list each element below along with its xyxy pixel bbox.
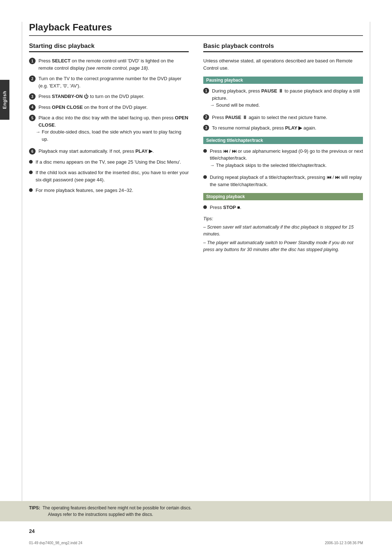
arrow-select-1: →	[210, 162, 215, 169]
pause-step-1: 1 During playback, press PAUSE ⏸ to paus…	[203, 87, 363, 110]
step-num-1: 1	[29, 58, 36, 64]
bullet-icon-2	[29, 171, 33, 174]
left-section-title: Starting disc playback	[29, 42, 189, 52]
select-bullet-2: During repeat playback of a title/chapte…	[203, 174, 363, 188]
selecting-list: Press ⏮ / ⏭ or use alphanumeric keypad (…	[203, 148, 363, 188]
stop-bullet-1: Press STOP ■.	[203, 204, 363, 211]
stopping-list: Press STOP ■.	[203, 204, 363, 211]
two-col-layout: Starting disc playback 1 Press SELECT on…	[29, 42, 363, 253]
subsection-pausing: Pausing playback	[203, 77, 363, 84]
page-title: Playback Features	[29, 22, 363, 36]
stop-1-text: Press STOP ■.	[210, 204, 241, 211]
pause-num-3: 3	[203, 125, 209, 131]
tips-section: Tips: – Screen saver will start automati…	[203, 216, 363, 254]
bullet-icon-1	[29, 160, 33, 164]
tips-bar-text: The operating features described here mi…	[41, 505, 192, 510]
select-bullet-icon-2	[203, 175, 207, 179]
right-section-title: Basic playback controls	[203, 42, 363, 52]
bullet-1: If a disc menu appears on the TV, see pa…	[29, 159, 189, 166]
bullet-1-text: If a disc menu appears on the TV, see pa…	[36, 159, 181, 166]
step-6: 6 Playback may start automatically. If n…	[29, 148, 189, 155]
step-num-2: 2	[29, 75, 36, 82]
subsection-stopping: Stopping playback	[203, 193, 363, 200]
pause-3-text: To resume normal playback, press PLAY ▶ …	[212, 124, 317, 132]
bullet-3: For more playback features, see pages 24…	[29, 187, 189, 194]
step-6-text: Playback may start automatically. If not…	[38, 148, 154, 155]
step-5: 5 Place a disc into the disc tray with t…	[29, 114, 189, 144]
vline-left	[22, 22, 22, 518]
step-num-4: 4	[29, 104, 36, 111]
bullet-icon-3	[29, 188, 33, 192]
step-3-text: Press STANDBY-ON ⏻ to turn on the DVD pl…	[38, 93, 144, 100]
step-2-text: Turn on the TV to the correct programme …	[38, 75, 189, 89]
bottom-bar: TIPS: The operating features described h…	[0, 501, 392, 521]
left-column: Starting disc playback 1 Press SELECT on…	[29, 42, 189, 253]
bullet-2-text: If the child lock was activated for the …	[36, 169, 189, 183]
pause-1-sub: → Sound will be muted.	[210, 102, 260, 109]
footer-right: 2006-10-12 3:08:36 PM	[325, 541, 363, 545]
tips-bar-text2: Always refer to the instructions supplie…	[48, 512, 153, 517]
pause-num-2: 2	[203, 114, 209, 120]
step-3: 3 Press STANDBY-ON ⏻ to turn on the DVD …	[29, 93, 189, 100]
page-wrapper: English Playback Features Starting disc …	[0, 0, 392, 554]
select-1-sub-text: The playback skips to the selected title…	[216, 162, 327, 169]
sidebar-tab: English	[0, 80, 9, 120]
step-1-text: Press SELECT on the remote control until…	[38, 57, 189, 71]
select-2-text: During repeat playback of a title/chapte…	[210, 174, 363, 188]
step-num-6: 6	[29, 148, 36, 155]
tip-line-2: – The player will automatically switch t…	[203, 239, 363, 254]
pause-num-1: 1	[203, 88, 209, 94]
pause-step-2: 2 Press PAUSE ⏸ again to select the next…	[203, 114, 363, 121]
stop-bullet-icon-1	[203, 205, 207, 209]
step-1: 1 Press SELECT on the remote control unt…	[29, 57, 189, 71]
select-bullet-1: Press ⏮ / ⏭ or use alphanumeric keypad (…	[203, 148, 363, 171]
page-number: 24	[29, 528, 35, 534]
step-4-text: Press OPEN CLOSE on the front of the DVD…	[38, 104, 148, 111]
bullet-2: If the child lock was activated for the …	[29, 169, 189, 183]
subsection-selecting: Selecting title/chapter/track	[203, 137, 363, 144]
arrow-icon-5: →	[36, 128, 40, 136]
pausing-list: 1 During playback, press PAUSE ⏸ to paus…	[203, 87, 363, 132]
step-2: 2 Turn on the TV to the correct programm…	[29, 75, 189, 89]
vline-right	[370, 22, 370, 518]
tips-bar-label: TIPS:	[29, 505, 40, 510]
right-intro: Unless otherwise stated, all operations …	[203, 57, 363, 71]
bullets-list: If a disc menu appears on the TV, see pa…	[29, 159, 189, 194]
pause-2-text: Press PAUSE ⏸ again to select the next p…	[212, 114, 327, 121]
select-1-text: Press ⏮ / ⏭ or use alphanumeric keypad (…	[210, 148, 363, 162]
right-column: Basic playback controls Unless otherwise…	[203, 42, 363, 253]
step-num-5: 5	[29, 115, 36, 121]
tips-label: Tips:	[203, 216, 363, 222]
pause-step-3: 3 To resume normal playback, press PLAY …	[203, 124, 363, 132]
step-4: 4 Press OPEN CLOSE on the front of the D…	[29, 104, 189, 111]
pause-1-sub-text: Sound will be muted.	[216, 102, 260, 109]
select-bullet-icon-1	[203, 149, 207, 153]
sidebar-label: English	[2, 91, 7, 109]
footer-left: 01-49 dvp7400_98_eng2.indd 24	[29, 541, 82, 545]
bullet-3-text: For more playback features, see pages 24…	[36, 187, 133, 194]
step-5-sub-text: For double-sided discs, load the side wh…	[42, 128, 189, 143]
step-5-sub: → For double-sided discs, load the side …	[36, 128, 189, 143]
steps-list: 1 Press SELECT on the remote control unt…	[29, 57, 189, 155]
tip-line-1: – Screen saver will start automatically …	[203, 224, 363, 238]
pause-1-text: During playback, press PAUSE ⏸ to pause …	[212, 87, 363, 102]
arrow-pause-1: →	[210, 102, 215, 109]
select-1-sub: → The playback skips to the selected tit…	[210, 162, 327, 169]
step-num-3: 3	[29, 93, 36, 100]
step-5-text: Place a disc into the disc tray with the…	[38, 114, 189, 128]
